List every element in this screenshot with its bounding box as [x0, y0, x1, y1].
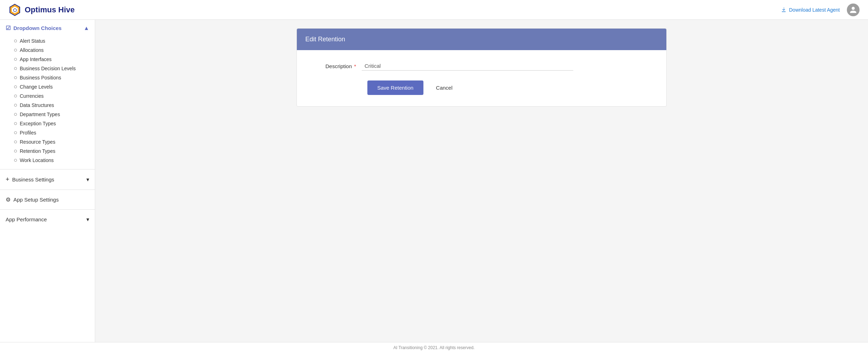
sidebar-dropdown-choices-header[interactable]: ☑ Dropdown Choices ▲: [0, 20, 95, 36]
description-row: Description *: [305, 61, 658, 71]
business-settings-label: Business Settings: [12, 176, 54, 183]
footer: AI Transitioning © 2021. All rights rese…: [0, 342, 868, 353]
sidebar-item-currencies[interactable]: Currencies: [11, 91, 95, 101]
sidebar-section-business-settings: + Business Settings ▾: [0, 171, 95, 188]
divider-3: [0, 209, 95, 210]
layout: ☑ Dropdown Choices ▲ Alert Status Alloca…: [0, 20, 868, 342]
sidebar-item-business-decision-levels[interactable]: Business Decision Levels: [11, 64, 95, 73]
sidebar-item-profiles[interactable]: Profiles: [11, 128, 95, 137]
sidebar-item-work-locations[interactable]: Work Locations: [11, 156, 95, 165]
description-label: Description *: [305, 63, 362, 69]
sidebar-item-exception-types[interactable]: Exception Types: [11, 119, 95, 128]
dot-icon: [14, 58, 17, 61]
divider-2: [0, 190, 95, 190]
sidebar-app-setup-header[interactable]: ⚙ App Setup Settings: [0, 191, 95, 208]
dropdown-choices-label: Dropdown Choices: [13, 25, 62, 31]
panel-title: Edit Retention: [305, 36, 345, 43]
dropdown-choices-chevron: ▲: [84, 25, 89, 31]
required-star: *: [353, 63, 356, 69]
sidebar-app-performance-header[interactable]: App Performance ▾: [0, 211, 95, 228]
logo: ⬡ Optimus Hive: [8, 4, 75, 16]
plus-icon: +: [6, 176, 10, 183]
cancel-button[interactable]: Cancel: [429, 80, 460, 95]
dot-icon: [14, 113, 17, 116]
checkbox-icon: ☑: [6, 25, 11, 31]
description-input[interactable]: [362, 61, 573, 71]
sidebar-item-department-types[interactable]: Department Types: [11, 110, 95, 119]
dot-icon: [14, 95, 17, 97]
edit-panel-body: Description * Save Retention Cancel: [297, 50, 666, 106]
logo-icon: ⬡: [8, 4, 21, 16]
dropdown-choices-items: Alert Status Allocations App Interfaces …: [0, 36, 95, 168]
sidebar-item-alert-status[interactable]: Alert Status: [11, 36, 95, 46]
dot-icon: [14, 67, 17, 70]
person-icon: [849, 6, 857, 14]
dot-icon: [14, 159, 17, 162]
user-avatar[interactable]: [847, 4, 860, 16]
sidebar-item-change-levels[interactable]: Change Levels: [11, 82, 95, 91]
gear-icon: ⚙: [6, 196, 11, 203]
header: ⬡ Optimus Hive Download Latest Agent: [0, 0, 868, 20]
save-retention-button[interactable]: Save Retention: [367, 80, 423, 95]
logo-text: Optimus Hive: [25, 5, 75, 14]
divider-1: [0, 169, 95, 169]
dot-icon: [14, 150, 17, 152]
edit-panel-header: Edit Retention: [297, 29, 666, 50]
sidebar-item-resource-types[interactable]: Resource Types: [11, 137, 95, 146]
dot-icon: [14, 131, 17, 134]
svg-text:⬡: ⬡: [13, 8, 17, 13]
download-icon: [781, 7, 787, 13]
sidebar-item-business-positions[interactable]: Business Positions: [11, 73, 95, 82]
dot-icon: [14, 49, 17, 52]
sidebar-item-data-structures[interactable]: Data Structures: [11, 101, 95, 110]
dot-icon: [14, 85, 17, 88]
dot-icon: [14, 140, 17, 143]
sidebar-section-app-performance: App Performance ▾: [0, 211, 95, 228]
main-content: Edit Retention Description * Save Retent…: [95, 20, 868, 342]
sidebar-item-allocations[interactable]: Allocations: [11, 46, 95, 55]
header-right: Download Latest Agent: [781, 4, 860, 16]
dot-icon: [14, 76, 17, 79]
app-performance-chevron: ▾: [86, 216, 89, 223]
sidebar: ☑ Dropdown Choices ▲ Alert Status Alloca…: [0, 20, 95, 342]
footer-text: AI Transitioning © 2021. All rights rese…: [393, 345, 475, 350]
sidebar-item-app-interfaces[interactable]: App Interfaces: [11, 55, 95, 64]
sidebar-item-retention-types[interactable]: Retention Types: [11, 146, 95, 156]
app-setup-label: App Setup Settings: [13, 197, 59, 203]
download-agent-link[interactable]: Download Latest Agent: [781, 7, 840, 13]
app-performance-label: App Performance: [6, 216, 47, 222]
sidebar-section-dropdown-choices: ☑ Dropdown Choices ▲ Alert Status Alloca…: [0, 20, 95, 168]
edit-retention-panel: Edit Retention Description * Save Retent…: [297, 28, 667, 107]
form-actions: Save Retention Cancel: [305, 80, 658, 95]
dot-icon: [14, 122, 17, 125]
dot-icon: [14, 40, 17, 42]
sidebar-section-app-setup: ⚙ App Setup Settings: [0, 191, 95, 208]
sidebar-business-settings-header[interactable]: + Business Settings ▾: [0, 171, 95, 188]
business-settings-chevron: ▾: [86, 176, 89, 183]
dot-icon: [14, 104, 17, 107]
